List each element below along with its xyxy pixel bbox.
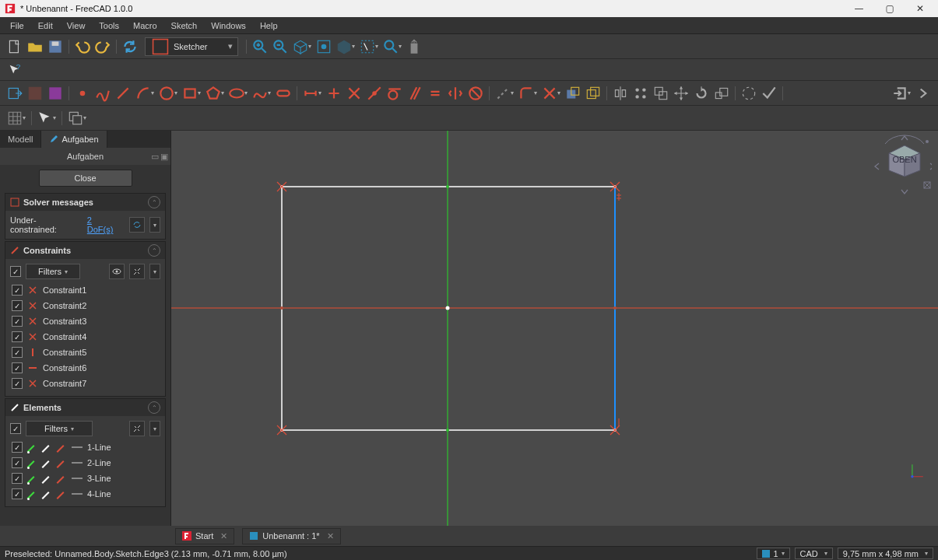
menu-view[interactable]: View (60, 19, 93, 32)
circle-tool-icon[interactable] (158, 85, 175, 102)
filters-dropdown[interactable]: Filters (26, 264, 80, 279)
expand-icon[interactable]: ▭ (151, 152, 159, 162)
filter-all-checkbox[interactable]: ✓ (10, 266, 21, 277)
constraint-checkbox[interactable]: ✓ (12, 300, 23, 311)
3d-viewport[interactable]: OBEN (171, 131, 938, 526)
collapse-icon[interactable]: ⌃ (148, 244, 160, 257)
render-order-icon[interactable] (67, 110, 84, 127)
tab-close-icon[interactable]: ✕ (327, 531, 334, 541)
fit-view-icon[interactable] (315, 38, 332, 55)
menu-sketch[interactable]: Sketch (164, 19, 205, 32)
polyline-tool-icon[interactable] (94, 85, 111, 102)
parallel-constr-icon[interactable] (406, 85, 423, 102)
undo-icon[interactable] (74, 38, 91, 55)
minimize-button[interactable]: — (855, 3, 864, 14)
fillet-tool-icon[interactable] (518, 85, 535, 102)
tab-close-icon[interactable]: ✕ (220, 531, 227, 541)
view-direction-icon[interactable] (336, 38, 353, 55)
menu-windows[interactable]: Windows (204, 19, 253, 32)
elem-filters-dropdown[interactable]: Filters (26, 421, 93, 436)
element-checkbox[interactable]: ✓ (12, 488, 23, 499)
push-pull-icon[interactable] (406, 38, 423, 55)
measure-icon[interactable] (382, 38, 399, 55)
elem-settings-button[interactable] (129, 421, 145, 436)
constraint-item[interactable]: ✓Constraint1 (10, 282, 160, 298)
maximize-button[interactable]: ▢ (886, 3, 894, 14)
element-checkbox[interactable]: ✓ (12, 442, 23, 453)
status-value-box[interactable]: 1▾ (757, 548, 789, 559)
mirror-icon[interactable] (612, 85, 629, 102)
constraint-item[interactable]: ✓Constraint4 (10, 329, 160, 345)
elem-settings-drop-button[interactable]: ▾ (149, 421, 160, 436)
pin-icon[interactable]: ▣ (160, 152, 168, 162)
select-constraints-icon[interactable] (740, 85, 757, 102)
constraint-item[interactable]: ✓Constraint5 (10, 345, 160, 360)
settings-button[interactable] (129, 264, 145, 279)
elem-filter-all-checkbox[interactable]: ✓ (10, 423, 21, 434)
status-dimensions[interactable]: 9,75 mm x 4,98 mm▾ (838, 548, 933, 559)
tab-aufgaben[interactable]: Aufgaben (41, 131, 107, 148)
polygon-tool-icon[interactable] (205, 85, 222, 102)
collapse-icon[interactable]: ⌃ (148, 401, 160, 414)
more-tools-icon[interactable] (915, 85, 932, 102)
constraint-checkbox[interactable]: ✓ (12, 316, 23, 327)
element-item[interactable]: ✓1-Line (10, 439, 160, 455)
tangent-constr-icon[interactable] (386, 85, 403, 102)
workbench-selector[interactable]: Sketcher (145, 37, 238, 56)
trim-tool-icon[interactable] (541, 85, 558, 102)
clone-icon[interactable] (652, 85, 669, 102)
leave-edit-icon[interactable] (891, 85, 908, 102)
menu-help[interactable]: Help (253, 19, 285, 32)
constraint-checkbox[interactable]: ✓ (12, 331, 23, 342)
symmetric-constr-icon[interactable] (447, 85, 464, 102)
navigation-cube[interactable]: OBEN (869, 134, 932, 196)
file-new-icon[interactable] (6, 38, 23, 55)
close-window-button[interactable]: ✕ (916, 3, 924, 14)
constraint-item[interactable]: ✓Constraint3 (10, 313, 160, 329)
show-hide-button[interactable] (109, 264, 125, 279)
menu-file[interactable]: File (3, 19, 31, 32)
element-checkbox[interactable]: ✓ (12, 473, 23, 484)
rectangle-tool-icon[interactable] (181, 85, 198, 102)
carbon-copy-icon[interactable] (585, 85, 602, 102)
equal-constr-icon[interactable] (427, 85, 444, 102)
element-item[interactable]: ✓2-Line (10, 455, 160, 471)
dof-link[interactable]: 2 DoF(s) (87, 215, 120, 234)
array-icon[interactable] (632, 85, 649, 102)
constraint-checkbox[interactable]: ✓ (12, 362, 23, 373)
snap-toggle-icon[interactable] (37, 110, 54, 127)
point-on-obj-icon[interactable] (366, 85, 383, 102)
tab-modell[interactable]: Modell (0, 131, 41, 148)
horiz-vert-constr-icon[interactable] (325, 85, 343, 102)
constraint-checkbox[interactable]: ✓ (12, 347, 23, 358)
view-section-icon[interactable] (47, 85, 64, 102)
constraint-checkbox[interactable]: ✓ (12, 378, 23, 389)
select-box-icon[interactable] (359, 38, 376, 55)
view-cube-icon[interactable] (292, 38, 309, 55)
scale-icon[interactable] (713, 85, 730, 102)
block-constr-icon[interactable] (467, 85, 484, 102)
element-item[interactable]: ✓4-Line (10, 486, 160, 502)
external-geom-icon[interactable] (564, 85, 581, 102)
constraint-checkbox[interactable]: ✓ (12, 285, 23, 296)
dimension-icon[interactable] (302, 85, 319, 102)
solver-refresh-button[interactable] (129, 217, 145, 233)
constraint-item[interactable]: ✓Constraint6 (10, 360, 160, 376)
refresh-icon[interactable] (121, 38, 139, 55)
ellipse-tool-icon[interactable] (228, 85, 245, 102)
toggle-construction-icon[interactable] (494, 85, 511, 102)
element-item[interactable]: ✓3-Line (10, 471, 160, 486)
close-button[interactable]: Close (39, 170, 132, 187)
settings-drop-button[interactable]: ▾ (149, 264, 160, 279)
zoom-in-icon[interactable] (251, 38, 269, 55)
view-sketch-icon[interactable] (26, 85, 44, 102)
doc-tab-start[interactable]: Start ✕ (175, 528, 234, 544)
pointer-help-icon[interactable]: ? (8, 63, 22, 77)
constraint-item[interactable]: ✓Constraint2 (10, 298, 160, 313)
doc-tab-unbenannt[interactable]: Unbenannt : 1* ✕ (242, 528, 340, 544)
leave-sketch-icon[interactable] (6, 85, 23, 102)
rotate-icon[interactable] (693, 85, 710, 102)
redo-icon[interactable] (94, 38, 111, 55)
constraint-item[interactable]: ✓Constraint7 (10, 376, 160, 391)
status-nav-mode[interactable]: CAD▾ (795, 548, 833, 559)
